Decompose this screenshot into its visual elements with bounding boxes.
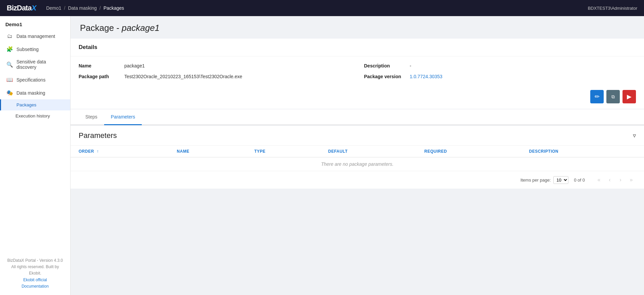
logo[interactable]: BizDataX <box>7 4 36 12</box>
main-layout: Demo1 🗂 Data management 🧩 Subsetting 🔍 S… <box>0 16 644 295</box>
sidebar-item-data-management[interactable]: 🗂 Data management <box>0 30 70 43</box>
version-row: Package version 1.0.7724.30353 <box>364 74 636 79</box>
tab-steps[interactable]: Steps <box>79 109 104 125</box>
col-default: DEFAULT <box>320 146 416 157</box>
packages-label: Packages <box>16 102 36 107</box>
breadcrumb-sep-2: / <box>99 5 101 11</box>
topnav: BizDataX Demo1 / Data masking / Packages… <box>0 0 644 16</box>
page-title: Package - package1 <box>80 23 635 33</box>
col-name: NAME <box>169 146 246 157</box>
name-value: package1 <box>124 63 145 68</box>
items-per-page-select[interactable]: 10 5 25 50 <box>553 176 568 184</box>
page-count: 0 of 0 <box>574 178 585 183</box>
edit-button[interactable]: ✏ <box>590 90 604 103</box>
version-value: 1.0.7724.30353 <box>410 74 442 79</box>
details-header: Details <box>71 39 644 56</box>
col-type: TYPE <box>246 146 320 157</box>
sidebar-item-label: Data management <box>16 34 55 39</box>
breadcrumb: Demo1 / Data masking / Packages <box>46 5 124 11</box>
col-order[interactable]: ORDER ↑ <box>71 146 169 157</box>
page-next-button[interactable]: › <box>616 175 625 185</box>
version-text: BizDataX Portal - Version 4.3.0 <box>5 257 65 264</box>
logo-bizdata: BizData <box>7 4 32 12</box>
execution-history-label: Execution history <box>15 113 50 118</box>
copy-icon: ⧉ <box>611 94 615 100</box>
page-last-button[interactable]: » <box>627 175 636 185</box>
name-row: Name package1 <box>79 63 351 68</box>
ekobit-link[interactable]: Ekobit official <box>23 278 47 282</box>
parameters-header: Parameters ▿ <box>71 126 644 146</box>
specifications-icon: 📖 <box>6 77 13 83</box>
sidebar-item-label: Data masking <box>16 90 45 96</box>
filter-icon[interactable]: ▿ <box>633 132 636 139</box>
sidebar-item-data-masking[interactable]: 🎭 Data masking <box>0 86 70 99</box>
parameters-title: Parameters <box>79 131 117 140</box>
parameters-table: ORDER ↑ NAME TYPE DEFAULT REQUIRED DESCR… <box>71 146 644 171</box>
items-per-page-label: Items per page: <box>520 178 551 183</box>
name-label: Name <box>79 63 119 68</box>
sidebar-item-subsetting[interactable]: 🧩 Subsetting <box>0 43 70 56</box>
parameters-section: Parameters ▿ ORDER ↑ NAME TYPE DEFAULT R… <box>71 126 644 189</box>
table-body: There are no package parameters. <box>71 157 644 171</box>
page-title-italic: package1 <box>122 23 160 33</box>
tabs-bar: Steps Parameters <box>71 109 644 125</box>
logo-text: BizDataX <box>7 4 36 12</box>
breadcrumb-data-masking[interactable]: Data masking <box>68 5 97 11</box>
path-value: Test2302Oracle_20210223_165153\Test2302O… <box>124 74 242 79</box>
version-label: Package version <box>364 74 404 79</box>
pagination-nav: « ‹ › » <box>594 175 636 185</box>
col-required: REQUIRED <box>416 146 521 157</box>
documentation-link[interactable]: Documentation <box>22 284 49 289</box>
sensitive-data-icon: 🔍 <box>6 61 13 68</box>
user-display: BDXTEST3\Administrator <box>588 6 637 11</box>
description-label: Description <box>364 63 404 68</box>
description-value: - <box>410 63 412 68</box>
main-content: Package - package1 Details Name package1… <box>71 16 644 295</box>
table-header-row: ORDER ↑ NAME TYPE DEFAULT REQUIRED DESCR… <box>71 146 644 157</box>
description-row: Description - <box>364 63 636 68</box>
logo-x: X <box>32 4 36 12</box>
table-header: ORDER ↑ NAME TYPE DEFAULT REQUIRED DESCR… <box>71 146 644 157</box>
col-description: DESCRIPTION <box>521 146 644 157</box>
page-title-bar: Package - package1 <box>71 16 644 39</box>
run-icon: ▶ <box>627 93 632 100</box>
path-row: Package path Test2302Oracle_20210223_165… <box>79 74 351 79</box>
details-card: Details Name package1 Description - Pack… <box>71 39 644 109</box>
pagination-bar: Items per page: 10 5 25 50 0 of 0 « ‹ › … <box>71 171 644 189</box>
sort-arrow: ↑ <box>97 149 99 154</box>
tab-parameters[interactable]: Parameters <box>104 109 142 125</box>
page-first-button[interactable]: « <box>594 175 604 185</box>
sidebar: Demo1 🗂 Data management 🧩 Subsetting 🔍 S… <box>0 16 71 295</box>
empty-message: There are no package parameters. <box>71 157 644 171</box>
subsetting-icon: 🧩 <box>6 46 13 52</box>
sidebar-item-packages[interactable]: Packages <box>0 99 70 110</box>
sidebar-item-label: Sensitive data discovery <box>16 59 65 70</box>
edit-icon: ✏ <box>595 93 600 100</box>
sidebar-item-specifications[interactable]: 📖 Specifications <box>0 73 70 86</box>
sidebar-item-label: Subsetting <box>16 47 39 52</box>
copy-button[interactable]: ⧉ <box>606 90 620 103</box>
data-management-icon: 🗂 <box>6 33 13 39</box>
sidebar-item-execution-history[interactable]: Execution history <box>0 110 70 121</box>
data-masking-icon: 🎭 <box>6 90 13 96</box>
rights-text: All rights reserved. Built by Ekobit. <box>5 264 65 277</box>
breadcrumb-sep-1: / <box>64 5 66 11</box>
path-label: Package path <box>79 74 119 79</box>
details-body: Name package1 Description - Package path… <box>71 56 644 86</box>
sidebar-footer: BizDataX Portal - Version 4.3.0 All righ… <box>0 252 70 295</box>
breadcrumb-demo1[interactable]: Demo1 <box>46 5 61 11</box>
page-title-prefix: Package - <box>80 23 122 33</box>
card-actions: ✏ ⧉ ▶ <box>71 86 644 109</box>
run-button[interactable]: ▶ <box>622 90 636 103</box>
empty-row: There are no package parameters. <box>71 157 644 171</box>
sidebar-item-label: Specifications <box>16 77 45 83</box>
sidebar-item-sensitive-data[interactable]: 🔍 Sensitive data discovery <box>0 56 70 73</box>
page-prev-button[interactable]: ‹ <box>605 175 614 185</box>
breadcrumb-packages: Packages <box>103 5 124 11</box>
sidebar-section-title: Demo1 <box>0 16 70 30</box>
details-grid: Name package1 Description - Package path… <box>79 63 636 79</box>
